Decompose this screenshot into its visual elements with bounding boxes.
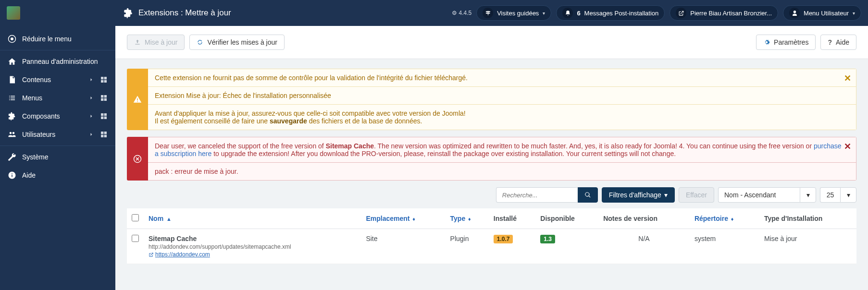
clear-filters-button[interactable]: Effacer — [679, 187, 714, 203]
wrench-icon — [8, 153, 16, 161]
svg-rect-19 — [12, 175, 12, 177]
sidebar-item-help[interactable]: Aide — [0, 166, 115, 184]
toggle-icon — [8, 35, 16, 43]
puzzle-icon — [123, 8, 134, 18]
dashboard-icon[interactable] — [100, 76, 108, 84]
chevron-right-icon — [88, 113, 94, 119]
map-signs-icon — [485, 10, 491, 16]
chevron-right-icon — [88, 132, 94, 137]
sidebar: Réduire le menu Panneau d'administration… — [0, 26, 115, 290]
sidebar-item-dashboard[interactable]: Panneau d'administration — [0, 52, 115, 71]
sort-select[interactable]: Nom - Ascendant ▾ — [718, 187, 816, 203]
row-checkbox[interactable] — [132, 235, 139, 242]
dashboard-icon[interactable] — [100, 112, 108, 120]
sort-asc-icon: ▲ — [166, 216, 172, 222]
user-menu-button[interactable]: Menu Utilisateur ▾ — [783, 5, 861, 21]
chevron-down-icon: ▾ — [800, 187, 816, 203]
alert-message: Dear user, we canceled the support of th… — [148, 137, 856, 163]
help-button[interactable]: ? Aide — [820, 35, 856, 50]
refresh-icon — [197, 39, 203, 46]
svg-rect-3 — [104, 77, 107, 79]
col-install-type: Type d'Installation — [759, 208, 856, 229]
svg-rect-16 — [101, 135, 103, 137]
col-available: Disponible — [535, 208, 598, 229]
cell-install-type: Mise à jour — [759, 229, 856, 264]
version-badge[interactable]: ⚙ 4.4.5 — [452, 10, 471, 16]
cell-folder: system — [690, 229, 759, 264]
sidebar-item-menus[interactable]: Menus — [0, 89, 115, 107]
cell-location: Site — [361, 229, 445, 264]
file-icon — [8, 75, 16, 84]
home-icon — [8, 57, 16, 66]
frontend-link-button[interactable]: Pierre Biau Artisan Bronzier... — [670, 5, 778, 21]
col-folder[interactable]: Répertoire ♦ — [690, 208, 759, 229]
alert-message: Extension Mise à jour: Échec de l'instal… — [148, 87, 856, 105]
cell-name: Sitemap Cache http://addondev.com/suppor… — [144, 229, 361, 264]
svg-rect-13 — [104, 117, 107, 119]
bell-icon — [565, 10, 571, 16]
chevron-right-icon — [88, 95, 94, 101]
svg-rect-12 — [101, 117, 103, 119]
sidebar-item-system[interactable]: Système — [0, 148, 115, 166]
homepage-link[interactable]: https://addondev.com — [155, 251, 210, 258]
col-location[interactable]: Emplacement ♦ — [361, 208, 445, 229]
svg-point-1 — [11, 37, 13, 40]
table-row: Sitemap Cache http://addondev.com/suppor… — [127, 229, 856, 264]
alert-message: Avant d'appliquer la mise à jour, assure… — [148, 105, 856, 130]
upload-icon — [134, 39, 141, 46]
check-updates-button[interactable]: Vérifier les mises à jour — [189, 35, 285, 50]
sidebar-item-content[interactable]: Contenus — [0, 71, 115, 89]
alert-message: pack : erreur de mise à jour. — [148, 163, 856, 180]
cell-notes: N/A — [598, 229, 690, 264]
cell-type: Plugin — [446, 229, 489, 264]
search-icon — [584, 192, 591, 198]
external-link-icon — [149, 252, 154, 257]
puzzle-icon — [8, 112, 16, 121]
question-icon: ? — [828, 38, 832, 46]
sort-icon: ♦ — [412, 216, 415, 222]
info-icon — [8, 171, 16, 180]
col-name[interactable]: Nom ▲ — [144, 208, 361, 229]
filter-options-button[interactable]: Filtres d'affichage▾ — [602, 187, 675, 203]
svg-rect-11 — [104, 113, 107, 116]
guided-tours-button[interactable]: Visites guidées ▾ — [476, 5, 551, 21]
svg-rect-10 — [101, 113, 103, 116]
main: Mise à jour Vérifier les mises à jour Pa… — [115, 26, 868, 290]
svg-rect-5 — [104, 80, 107, 83]
external-link-icon — [678, 10, 684, 16]
user-icon — [792, 10, 798, 16]
site-logo — [7, 6, 20, 20]
svg-rect-6 — [101, 95, 103, 97]
sidebar-item-components[interactable]: Composants — [0, 107, 115, 125]
list-icon — [8, 94, 16, 102]
sidebar-item-users[interactable]: Utilisateurs — [0, 125, 115, 144]
close-icon[interactable]: ✕ — [844, 73, 851, 84]
chevron-right-icon — [88, 77, 94, 83]
select-all-checkbox[interactable] — [132, 214, 139, 221]
svg-rect-15 — [104, 132, 107, 134]
sidebar-toggle[interactable]: Réduire le menu — [0, 30, 115, 48]
svg-rect-14 — [101, 132, 103, 134]
sort-icon: ♦ — [468, 216, 471, 222]
dashboard-icon[interactable] — [100, 94, 108, 102]
svg-rect-4 — [101, 80, 103, 83]
col-type[interactable]: Type ♦ — [446, 208, 489, 229]
search-button[interactable] — [578, 187, 598, 203]
cell-available: 1.3 — [535, 229, 598, 264]
post-install-button[interactable]: 6 Messages Post-installation — [556, 5, 665, 21]
dashboard-icon[interactable] — [100, 131, 108, 138]
error-icon — [133, 155, 142, 163]
search-input[interactable] — [496, 187, 578, 203]
svg-rect-7 — [104, 95, 107, 97]
options-button[interactable]: Paramètres — [756, 35, 816, 50]
svg-rect-17 — [104, 135, 107, 137]
update-button[interactable]: Mise à jour — [127, 35, 185, 50]
logo-cell[interactable] — [0, 2, 115, 24]
filter-bar: Filtres d'affichage▾ Effacer Nom - Ascen… — [127, 187, 856, 203]
close-icon[interactable]: ✕ — [844, 141, 851, 152]
limit-select[interactable]: 25 ▾ — [820, 187, 856, 203]
gear-icon — [763, 39, 770, 46]
page-title-area: Extensions : Mettre à jour — [115, 8, 239, 18]
users-icon — [8, 130, 16, 139]
alert-error: ✕ Dear user, we canceled the support of … — [127, 137, 856, 181]
